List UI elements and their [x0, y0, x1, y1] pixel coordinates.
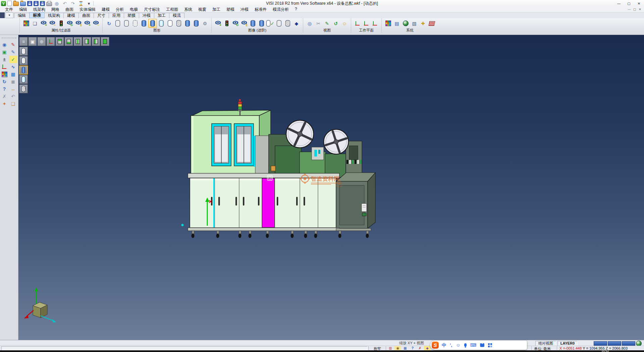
adv-check-icon[interactable]: ✓	[266, 19, 275, 28]
csys-icon[interactable]	[46, 37, 55, 46]
menu-analysis[interactable]: 分析	[113, 7, 127, 12]
print-preview-icon[interactable]: ◎	[53, 0, 60, 6]
tab-machining[interactable]: 加工	[154, 13, 169, 18]
mode-translucent-icon[interactable]	[19, 75, 28, 84]
tab-surface[interactable]: 曲面	[78, 13, 94, 18]
ime-punct-icon[interactable]: ’,	[450, 343, 452, 348]
ime-lang-icon[interactable]: 中	[442, 342, 446, 348]
dashed-view-icon[interactable]	[131, 19, 140, 28]
view-regen-icon[interactable]: ↻	[0, 78, 8, 85]
regen-graphics-icon[interactable]: ↻	[105, 19, 113, 28]
wireframe-view-icon[interactable]	[113, 19, 122, 28]
workplane-align-icon[interactable]	[362, 19, 371, 28]
settings-window-icon[interactable]: ▧	[410, 19, 419, 28]
view-refresh-icon[interactable]: ↺	[331, 19, 340, 28]
menu-modeling[interactable]: 建模	[99, 7, 113, 12]
copy-attributes-icon[interactable]: ❏	[31, 19, 39, 28]
hide-entities-icon[interactable]: −	[48, 19, 57, 28]
save-icon[interactable]	[27, 1, 32, 6]
minimize-button[interactable]: —	[614, 0, 624, 7]
navigate-wheel-icon[interactable]: ✦	[0, 100, 8, 107]
3d-model-canvas[interactable]: 智造资料网	[18, 35, 644, 340]
toggle-visibility-icon[interactable]: ±	[74, 19, 83, 28]
ime-emoji-icon[interactable]: ☺	[456, 343, 460, 348]
measure-width-icon[interactable]: ↔	[9, 85, 17, 93]
tab-mold[interactable]: 塑膜	[124, 13, 139, 18]
shade-pair-icon[interactable]	[192, 19, 201, 28]
close-button[interactable]: ✕	[634, 0, 644, 7]
color-table-icon[interactable]	[384, 19, 392, 28]
show-entities-icon[interactable]: +	[39, 19, 48, 28]
menu-system[interactable]: 系统	[181, 7, 195, 12]
sketch-ellipse-icon[interactable]: ✎	[9, 48, 17, 56]
tab-standard[interactable]: 标准	[29, 12, 45, 18]
tab-apply[interactable]: 应用	[109, 13, 124, 18]
status-box-icon[interactable]: ◈	[424, 346, 431, 350]
mode-wireframe-icon[interactable]	[19, 47, 28, 56]
adv-wire-icon[interactable]	[283, 19, 292, 28]
tab-dropdown-button[interactable]: ▼	[5, 12, 13, 18]
shaded-view-icon[interactable]	[140, 19, 148, 28]
view-iso-icon[interactable]	[101, 37, 109, 46]
menu-standard-parts[interactable]: 标准件	[252, 7, 270, 12]
mdi-minimize-button[interactable]: —	[627, 7, 632, 12]
menu-electrode[interactable]: 电极	[127, 7, 141, 12]
tab-edit[interactable]: 编辑	[14, 13, 30, 18]
maximize-button[interactable]: ▢	[624, 0, 634, 7]
refresh-visibility-icon[interactable]: ↻	[65, 19, 74, 28]
grid-plane-icon[interactable]	[427, 19, 436, 28]
zoom-window-icon[interactable]: ✂	[314, 19, 323, 28]
shade-box-icon[interactable]	[183, 19, 192, 28]
tab-die[interactable]: 冲模	[139, 13, 154, 18]
context-help-icon[interactable]: ?	[0, 85, 8, 93]
ime-keyboard-icon[interactable]: ⌨	[470, 343, 477, 348]
selection-filter-icon[interactable]: ✚	[419, 19, 427, 28]
menu-mesh[interactable]: 网格	[48, 7, 62, 12]
adv-show-icon[interactable]: +	[214, 19, 222, 28]
status-clipboard-icon[interactable]: ▥	[387, 346, 394, 350]
undo-icon[interactable]: ↶	[61, 0, 68, 6]
tab-modeling[interactable]: 建模	[63, 13, 79, 18]
status-grid-icon[interactable]: ▦	[402, 346, 409, 350]
flat-view-icon[interactable]	[166, 19, 174, 28]
menu-mold[interactable]: 塑模	[223, 7, 237, 12]
adv-ghost-icon[interactable]	[275, 19, 283, 28]
change-attributes-icon[interactable]	[22, 19, 31, 28]
erase-sketch-icon[interactable]: ✎	[9, 41, 17, 48]
status-nosnap-icon[interactable]: ✗	[417, 346, 423, 350]
delete-entity-icon[interactable]: ✗	[0, 93, 8, 100]
3d-viewport[interactable]: 智造资料网 ≡▣⊕	[18, 35, 644, 340]
layer-colors-icon[interactable]	[0, 71, 8, 78]
view-mode-cell[interactable]: 绝对视图	[535, 341, 556, 346]
select-zoom-icon[interactable]: ◉	[0, 41, 8, 48]
save-all-icon[interactable]	[40, 1, 45, 6]
local-axes-icon[interactable]	[0, 63, 8, 71]
view-right-icon[interactable]	[83, 37, 91, 46]
menu-window[interactable]: 视窗	[195, 7, 209, 12]
menu-help[interactable]: ?	[292, 7, 300, 12]
grid-display-icon[interactable]: ▦	[9, 71, 17, 78]
mdi-restore-button[interactable]: ▢	[632, 7, 637, 12]
filter-traffic-icon[interactable]	[57, 19, 65, 28]
mesh-view-icon[interactable]	[174, 19, 183, 28]
open-file-icon[interactable]	[13, 2, 19, 6]
ime-mic-icon[interactable]	[464, 343, 467, 347]
redo-icon[interactable]: ↷	[69, 0, 76, 6]
menu-machining[interactable]: 加工	[209, 7, 223, 12]
menu-file[interactable]: 文件	[2, 7, 16, 12]
spline-edit-icon[interactable]: ∿	[9, 63, 17, 71]
shaded-cube-icon[interactable]: ◼	[9, 78, 17, 85]
adv-shaded-icon[interactable]	[249, 19, 257, 28]
confirm-check-icon[interactable]: ✓	[9, 56, 17, 63]
ime-skin-icon[interactable]	[480, 343, 484, 347]
layer-color-bar-2[interactable]	[608, 341, 621, 346]
mdi-close-button[interactable]: ✕	[637, 7, 643, 12]
translucent-view-icon[interactable]	[157, 19, 166, 28]
layer-color-bar-3[interactable]	[622, 341, 635, 346]
menu-drawing[interactable]: 工程图	[163, 7, 181, 12]
adv-shield-icon[interactable]: ◆	[292, 19, 301, 28]
new-file-icon[interactable]	[7, 1, 12, 6]
view-front-icon[interactable]	[73, 37, 82, 46]
view-sketch-icon[interactable]: ✎	[323, 19, 331, 28]
menu-wireframe[interactable]: 线架构	[30, 7, 48, 12]
